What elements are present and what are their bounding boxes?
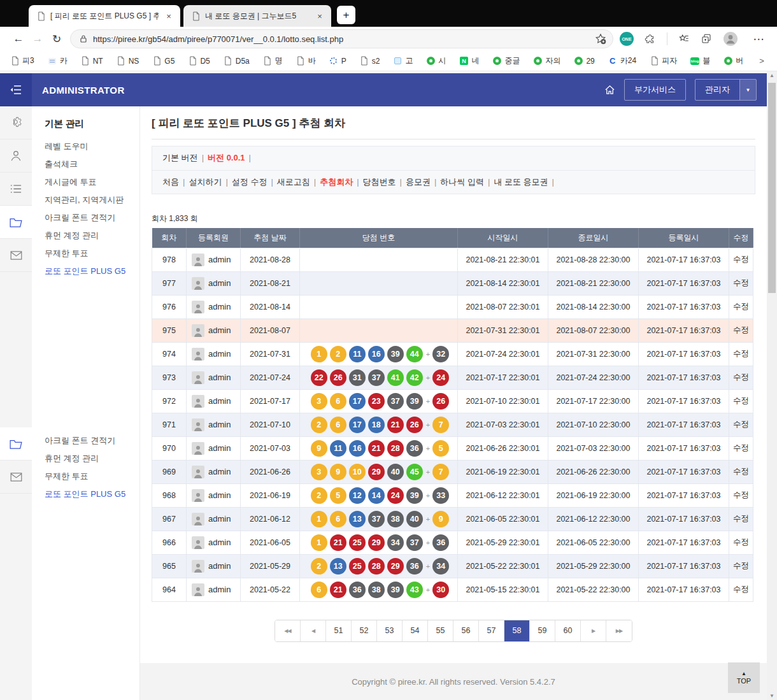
edit-link[interactable]: 수정 <box>733 490 749 499</box>
edit-link[interactable]: 수정 <box>733 585 749 594</box>
plugin-nav-link[interactable]: 설정 수정 <box>232 177 267 187</box>
new-tab-button[interactable]: + <box>337 6 355 24</box>
page-number-button[interactable]: 51 <box>326 620 352 641</box>
page-number-button[interactable]: 56 <box>453 620 479 641</box>
edit-link[interactable]: 수정 <box>733 443 749 452</box>
bookmark-item[interactable]: G5 <box>152 56 175 66</box>
bookmark-item[interactable]: 피3 <box>10 55 34 66</box>
scroll-up-arrow[interactable]: ▲ <box>767 73 777 78</box>
plugin-nav-link[interactable]: 처음 <box>162 177 179 187</box>
favorite-add-icon[interactable] <box>595 33 606 45</box>
page-next-button[interactable]: ▶ <box>581 620 606 641</box>
rail-list-icon[interactable] <box>0 173 32 206</box>
plugin-nav-link[interactable]: 내 로또 응모권 <box>494 177 548 187</box>
bookmark-item[interactable]: D5 <box>188 56 210 66</box>
bookmark-item[interactable]: 버 <box>724 55 743 66</box>
plugin-nav-link[interactable]: 응모권 <box>406 177 431 187</box>
bookmark-item[interactable]: NS <box>117 56 139 66</box>
bookmark-item[interactable]: C카24 <box>608 55 636 66</box>
scrollbar-thumb[interactable] <box>768 83 776 293</box>
address-bar[interactable]: https://piree.kr/gb54/adm/piree/p770071/… <box>70 29 613 48</box>
edit-link[interactable]: 수정 <box>733 302 749 311</box>
sidebar-item[interactable]: 휴먼 계정 관리 <box>45 227 139 245</box>
rail-user-icon[interactable] <box>0 139 32 173</box>
edit-link[interactable]: 수정 <box>733 561 749 570</box>
browser-tab-active[interactable]: [ 피리 로또 포인트 PLUS G5 ] 추첨 회차 × <box>29 5 180 27</box>
plugin-nav-link[interactable]: 당첨번호 <box>363 177 396 187</box>
page-number-button[interactable]: 54 <box>403 620 428 641</box>
bookmark-item[interactable]: N네 <box>459 55 479 66</box>
sidebar-item[interactable]: 휴먼 계정 관리 <box>45 450 139 468</box>
edit-link[interactable]: 수정 <box>733 278 749 287</box>
sidebar-item[interactable]: 레벨 도우미 <box>45 138 139 155</box>
profile-avatar[interactable] <box>723 31 738 46</box>
rail-folder-icon[interactable] <box>0 427 32 461</box>
refresh-button[interactable]: ↻ <box>47 32 66 46</box>
rail-mail-icon[interactable] <box>0 239 32 272</box>
extra-service-button[interactable]: 부가서비스 <box>624 79 686 101</box>
rail-mail-icon[interactable] <box>0 461 32 494</box>
bookmark-item[interactable]: 카 <box>48 55 68 66</box>
bookmark-item[interactable]: 바 <box>296 55 316 66</box>
sidebar-toggle-button[interactable] <box>0 73 32 106</box>
extensions-puzzle-icon[interactable] <box>645 33 656 45</box>
edit-link[interactable]: 수정 <box>733 538 749 546</box>
sidebar-item[interactable]: 로또 포인트 PLUS G5 <box>45 485 139 503</box>
page-number-button[interactable]: 53 <box>377 620 403 641</box>
page-number-button[interactable]: 58 <box>504 620 530 641</box>
edit-link[interactable]: 수정 <box>733 396 749 405</box>
bookmark-item[interactable]: 피자 <box>650 55 677 66</box>
page-prev-button[interactable]: ◀ <box>301 620 326 641</box>
bookmarks-overflow-chevron-icon[interactable]: > <box>759 56 764 66</box>
page-last-button[interactable]: ▶▶ <box>606 620 632 641</box>
sidebar-item[interactable]: 아크릴 폰트 견적기 <box>45 432 139 450</box>
sidebar-item[interactable]: 지역관리, 지역게시판 <box>45 191 139 209</box>
bookmark-item[interactable]: 시 <box>426 55 446 66</box>
bookmark-item[interactable]: P <box>329 56 346 66</box>
scroll-to-top-button[interactable]: ▲ TOP <box>728 662 760 693</box>
page-number-button[interactable]: 55 <box>428 620 453 641</box>
edit-link[interactable]: 수정 <box>733 467 749 476</box>
bookmark-item[interactable]: NT <box>81 56 103 66</box>
plugin-nav-link[interactable]: 새로고침 <box>277 177 310 187</box>
vertical-scrollbar[interactable]: ▲ ▼ <box>767 71 777 700</box>
sidebar-item[interactable]: 로또 포인트 PLUS G5 <box>45 262 139 280</box>
page-number-button[interactable]: 60 <box>555 620 581 641</box>
sidebar-item[interactable]: 무제한 투표 <box>45 468 139 485</box>
plugin-nav-link[interactable]: 하나씩 입력 <box>440 177 484 187</box>
bookmark-item[interactable]: 자의 <box>533 55 560 66</box>
collections-icon[interactable] <box>701 33 712 45</box>
manager-dropdown[interactable]: 관리자 ▼ <box>695 79 757 101</box>
page-number-button[interactable]: 52 <box>352 620 377 641</box>
page-number-button[interactable]: 57 <box>479 620 504 641</box>
bookmark-item[interactable]: 중글 <box>492 55 520 66</box>
page-first-button[interactable]: ◀◀ <box>275 620 301 641</box>
bookmark-item[interactable]: blog블 <box>690 55 710 66</box>
page-number-button[interactable]: 59 <box>530 620 555 641</box>
sidebar-item[interactable]: 출석체크 <box>45 155 139 173</box>
edit-link[interactable]: 수정 <box>733 420 749 429</box>
bookmark-item[interactable]: 명 <box>263 55 283 66</box>
tab-close-icon[interactable]: × <box>315 11 325 21</box>
chevron-down-icon[interactable]: ▼ <box>739 80 756 100</box>
edit-link[interactable]: 수정 <box>733 325 749 334</box>
bookmark-item[interactable]: s2 <box>360 56 380 66</box>
bookmark-item[interactable]: D5a <box>224 56 250 66</box>
browser-tab[interactable]: 내 로또 응모권 | 그누보드5 × <box>183 5 331 27</box>
sidebar-item[interactable]: 아크릴 폰트 견적기 <box>45 209 139 227</box>
sidebar-item[interactable]: 무제한 투표 <box>45 245 139 262</box>
home-icon[interactable] <box>604 85 615 95</box>
back-button[interactable]: ← <box>9 32 28 45</box>
sidebar-item[interactable]: 게시글에 투표 <box>45 173 139 191</box>
bookmark-item[interactable]: 29 <box>574 56 594 66</box>
bookmark-item[interactable]: 고 <box>393 55 413 66</box>
plugin-nav-link[interactable]: 설치하기 <box>189 177 222 187</box>
rail-folder-icon[interactable] <box>0 206 32 239</box>
edit-link[interactable]: 수정 <box>733 514 749 523</box>
url-text[interactable]: https://piree.kr/gb54/adm/piree/p770071/… <box>93 34 595 44</box>
favorites-list-icon[interactable] <box>678 33 690 45</box>
edit-link[interactable]: 수정 <box>733 349 749 358</box>
browser-menu-icon[interactable]: ⋯ <box>749 32 768 46</box>
tab-close-icon[interactable]: × <box>164 11 174 21</box>
edit-link[interactable]: 수정 <box>733 255 749 264</box>
